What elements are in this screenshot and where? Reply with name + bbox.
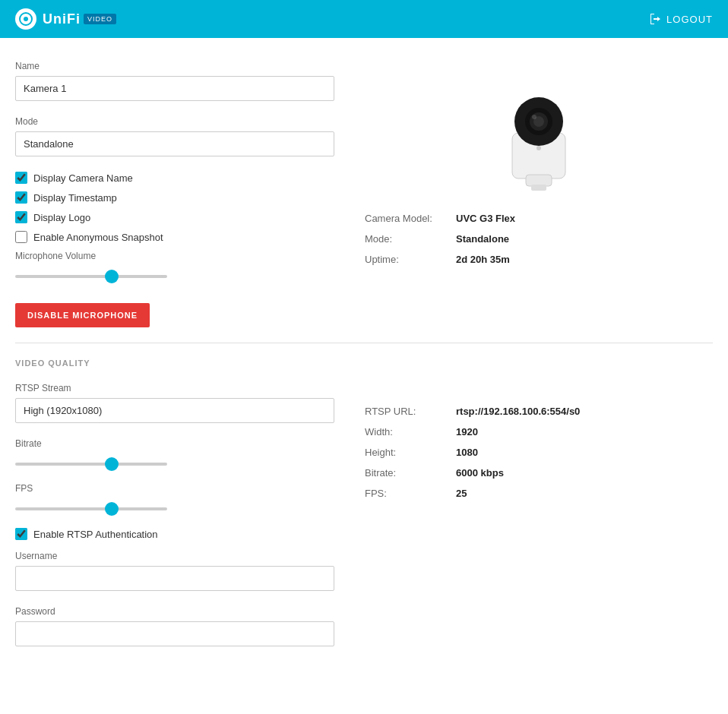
microphone-slider-container [15,269,334,280]
disable-microphone-button[interactable]: DISABLE MICROPHONE [15,303,150,327]
fps-info-row: FPS: 25 [365,488,713,499]
width-key: Width: [365,426,456,438]
camera-model-value: UVC G3 Flex [456,213,515,224]
microphone-volume-label: Microphone Volume [15,251,334,261]
username-group: Username [15,551,334,591]
rtsp-url-key: RTSP URL: [365,406,456,417]
fps-info-value: 25 [456,488,467,499]
svg-rect-10 [531,185,546,191]
fps-group: FPS [15,483,334,513]
app-header: UniFi VIDEO LOGOUT [0,0,728,38]
display-camera-name-label[interactable]: Display Camera Name [33,172,133,184]
camera-uptime-row: Uptime: 2d 20h 35m [365,254,713,265]
logo-group: UniFi VIDEO [15,8,116,30]
video-info-table: RTSP URL: rtsp://192.168.100.6:554/s0 Wi… [365,406,713,499]
display-logo-label[interactable]: Display Logo [33,212,90,223]
rtsp-stream-group: RTSP Stream High (1920x1080) [15,383,334,423]
right-column: Camera Model: UVC G3 Flex Mode: Standalo… [365,61,713,327]
logout-button[interactable]: LOGOUT [650,13,713,25]
height-value: 1080 [456,447,478,458]
video-badge: VIDEO [84,14,116,24]
display-timestamp-row: Display Timestamp [15,191,334,204]
svg-point-7 [532,115,537,119]
display-timestamp-checkbox[interactable] [15,191,27,204]
rtsp-auth-row: Enable RTSP Authentication [15,528,334,540]
bitrate-label: Bitrate [15,438,334,449]
bitrate-group: Bitrate [15,438,334,468]
username-label: Username [15,551,334,561]
camera-uptime-key: Uptime: [365,254,456,265]
microphone-volume-group: Microphone Volume [15,251,334,280]
video-quality-cols: RTSP Stream High (1920x1080) Bitrate FPS [15,383,713,662]
fps-info-key: FPS: [365,488,456,499]
microphone-volume-slider[interactable] [15,275,167,278]
width-row: Width: 1920 [365,426,713,438]
ubiquiti-icon [15,8,36,30]
section-divider [15,343,713,343]
name-label: Name [15,61,334,71]
display-logo-row: Display Logo [15,211,334,223]
height-key: Height: [365,447,456,458]
fps-label: FPS [15,483,334,494]
camera-uptime-value: 2d 20h 35m [456,254,510,265]
video-quality-left: RTSP Stream High (1920x1080) Bitrate FPS [15,383,334,662]
mode-field-group: Mode [15,116,334,156]
video-quality-right: RTSP URL: rtsp://192.168.100.6:554/s0 Wi… [365,383,713,662]
bitrate-info-row: Bitrate: 6000 kbps [365,467,713,479]
unifi-text: UniFi [43,11,81,27]
anonymous-snapshot-row: Enable Anonymous Snapshot [15,231,334,243]
bitrate-info-key: Bitrate: [365,467,456,479]
height-row: Height: 1080 [365,447,713,458]
name-field-group: Name [15,61,334,101]
name-input[interactable] [15,76,334,101]
rtsp-url-value: rtsp://192.168.100.6:554/s0 [456,406,580,417]
display-timestamp-label[interactable]: Display Timestamp [33,192,117,204]
password-input[interactable] [15,621,334,646]
rtsp-stream-select[interactable]: High (1920x1080) [15,398,334,423]
rtsp-auth-label[interactable]: Enable RTSP Authentication [33,529,158,540]
camera-model-key: Camera Model: [365,213,456,224]
left-column: Name Mode Display Camera Name Display Ti… [15,61,334,327]
password-label: Password [15,606,334,617]
bitrate-info-value: 6000 kbps [456,467,504,479]
display-camera-name-row: Display Camera Name [15,172,334,184]
fps-slider-container [15,501,334,513]
password-group: Password [15,606,334,646]
video-quality-title: VIDEO QUALITY [15,359,713,368]
anonymous-snapshot-checkbox[interactable] [15,231,27,243]
svg-point-8 [537,146,541,150]
display-logo-checkbox[interactable] [15,211,27,223]
rtsp-stream-label: RTSP Stream [15,383,334,393]
camera-model-row: Camera Model: UVC G3 Flex [365,213,713,224]
display-camera-name-checkbox[interactable] [15,172,27,184]
camera-info-table: Camera Model: UVC G3 Flex Mode: Standalo… [365,213,713,265]
width-value: 1920 [456,426,478,438]
mode-input[interactable] [15,131,334,156]
username-input[interactable] [15,566,334,591]
svg-point-1 [24,17,28,21]
anonymous-snapshot-label[interactable]: Enable Anonymous Snapshot [33,232,163,243]
logout-icon [650,13,662,25]
rtsp-auth-checkbox[interactable] [15,528,27,540]
video-quality-section: VIDEO QUALITY RTSP Stream High (1920x108… [15,359,713,662]
top-section: Name Mode Display Camera Name Display Ti… [15,61,713,327]
bitrate-slider[interactable] [15,463,167,466]
svg-rect-9 [526,175,552,186]
unifi-logo: UniFi VIDEO [43,11,116,27]
camera-mode-row: Mode: Standalone [365,233,713,245]
rtsp-url-row: RTSP URL: rtsp://192.168.100.6:554/s0 [365,406,713,417]
camera-svg [497,80,581,194]
camera-mode-value: Standalone [456,233,509,245]
mode-label: Mode [15,116,334,127]
bitrate-slider-container [15,457,334,468]
main-content: Name Mode Display Camera Name Display Ti… [0,38,728,684]
fps-slider[interactable] [15,507,167,510]
camera-mode-key: Mode: [365,233,456,245]
camera-image [493,76,584,197]
